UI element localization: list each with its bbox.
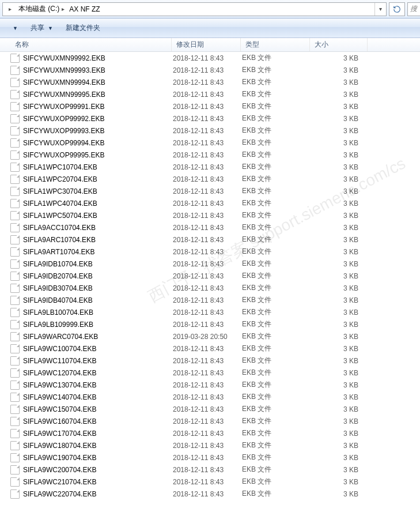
file-list: SIFCYWUXMN99992.EKB2018-12-11 8:43EKB 文件…	[0, 52, 420, 500]
file-row[interactable]: SIFLA1WPC30704.EKB2018-12-11 8:43EKB 文件3…	[0, 185, 420, 197]
file-icon	[10, 175, 20, 184]
search-input[interactable]: 搜	[407, 2, 420, 16]
file-row[interactable]: SIFCYWUXOP99993.EKB2018-12-11 8:43EKB 文件…	[0, 125, 420, 137]
file-name: SIFCYWUXMN99993.EKB	[23, 66, 172, 74]
file-icon	[10, 54, 20, 63]
file-type: EKB 文件	[241, 319, 310, 329]
file-date: 2018-12-11 8:43	[172, 163, 241, 171]
breadcrumb-item-folder[interactable]: AX NF ZZ	[66, 3, 101, 16]
file-icon	[10, 453, 20, 462]
file-type: EKB 文件	[241, 150, 310, 160]
file-row[interactable]: SIFCYWUXOP99994.EKB2018-12-11 8:43EKB 文件…	[0, 137, 420, 149]
file-name: SIFLA9WC180704.EKB	[23, 442, 172, 450]
file-name: SIFLA9WC210704.EKB	[23, 478, 172, 486]
file-row[interactable]: SIFLA9LB109999.EKB2018-12-11 8:43EKB 文件3…	[0, 318, 420, 330]
file-icon	[10, 126, 20, 135]
file-size: 3 KB	[310, 284, 363, 292]
file-row[interactable]: SIFLA9WC160704.EKB2018-12-11 8:43EKB 文件3…	[0, 415, 420, 427]
file-row[interactable]: SIFLA9ART10704.EKB2018-12-11 8:43EKB 文件3…	[0, 246, 420, 258]
file-date: 2018-12-11 8:43	[172, 103, 241, 111]
file-date: 2018-12-11 8:43	[172, 466, 241, 474]
file-row[interactable]: SIFLA9ACC10704.EKB2018-12-11 8:43EKB 文件3…	[0, 221, 420, 233]
file-size: 3 KB	[310, 139, 363, 147]
file-name: SIFLA9WC200704.EKB	[23, 466, 172, 474]
file-type: EKB 文件	[241, 392, 310, 402]
file-icon	[10, 150, 20, 160]
share-button[interactable]: 共享 ▼	[27, 21, 56, 35]
chevron-right-icon[interactable]: ▸	[5, 3, 15, 16]
file-icon	[10, 66, 20, 75]
file-row[interactable]: SIFLA9IDB40704.EKB2018-12-11 8:43EKB 文件3…	[0, 294, 420, 306]
file-name: SIFCYWUXOP99993.EKB	[23, 127, 172, 135]
file-type: EKB 文件	[241, 404, 310, 414]
file-type: EKB 文件	[241, 114, 310, 123]
file-type: EKB 文件	[241, 138, 310, 148]
file-name: SIFLA9WC190704.EKB	[23, 454, 172, 462]
file-name: SIFLA9WC130704.EKB	[23, 381, 172, 389]
file-icon	[10, 102, 20, 111]
file-row[interactable]: SIFCYWUXOP99992.EKB2018-12-11 8:43EKB 文件…	[0, 112, 420, 125]
file-row[interactable]: SIFCYWUXOP99995.EKB2018-12-11 8:43EKB 文件…	[0, 149, 420, 161]
file-size: 3 KB	[310, 272, 363, 280]
file-row[interactable]: SIFLA9WC150704.EKB2018-12-11 8:43EKB 文件3…	[0, 403, 420, 415]
file-row[interactable]: SIFLA9WC120704.EKB2018-12-11 8:43EKB 文件3…	[0, 367, 420, 379]
file-size: 3 KB	[310, 345, 363, 353]
file-row[interactable]: SIFCYWUXMN99994.EKB2018-12-11 8:43EKB 文件…	[0, 76, 420, 88]
file-type: EKB 文件	[241, 368, 310, 378]
file-size: 3 KB	[310, 199, 363, 208]
file-row[interactable]: SIFCYWUXOP99991.EKB2018-12-11 8:43EKB 文件…	[0, 100, 420, 112]
file-size: 3 KB	[310, 296, 363, 304]
file-row[interactable]: SIFLA9WC170704.EKB2018-12-11 8:43EKB 文件3…	[0, 427, 420, 439]
new-folder-button[interactable]: 新建文件夹	[62, 21, 104, 35]
toolbar-dropdown[interactable]: ▼	[6, 24, 21, 33]
column-name[interactable]: 名称	[10, 38, 172, 51]
file-name: SIFLA9LB100704.EKB	[23, 308, 172, 317]
file-row[interactable]: SIFLA9WC140704.EKB2018-12-11 8:43EKB 文件3…	[0, 391, 420, 403]
file-row[interactable]: SIFLA9WC190704.EKB2018-12-11 8:43EKB 文件3…	[0, 451, 420, 464]
file-row[interactable]: SIFLA9LB100704.EKB2018-12-11 8:43EKB 文件3…	[0, 306, 420, 318]
file-row[interactable]: SIFLA9WC110704.EKB2018-12-11 8:43EKB 文件3…	[0, 355, 420, 367]
file-icon	[10, 223, 20, 232]
file-row[interactable]: SIFLA1WPC20704.EKB2018-12-11 8:43EKB 文件3…	[0, 173, 420, 185]
file-row[interactable]: SIFLA9WC100704.EKB2018-12-11 8:43EKB 文件3…	[0, 342, 420, 355]
file-date: 2018-12-11 8:43	[172, 345, 241, 353]
file-row[interactable]: SIFLA9IDB10704.EKB2018-12-11 8:43EKB 文件3…	[0, 258, 420, 270]
breadcrumb[interactable]: ▸ 本地磁盘 (C:) ▸ AX NF ZZ ▾	[2, 2, 387, 16]
file-icon	[10, 441, 20, 450]
file-size: 3 KB	[310, 430, 363, 438]
file-row[interactable]: SIFLA9WC220704.EKB2018-12-11 8:43EKB 文件3…	[0, 488, 420, 500]
file-row[interactable]: SIFCYWUXMN99995.EKB2018-12-11 8:43EKB 文件…	[0, 88, 420, 100]
file-row[interactable]: SIFLA9WC200704.EKB2018-12-11 8:43EKB 文件3…	[0, 464, 420, 476]
file-row[interactable]: SIFLA9IDB30704.EKB2018-12-11 8:43EKB 文件3…	[0, 282, 420, 294]
file-row[interactable]: SIFLA1WPC50704.EKB2018-12-11 8:43EKB 文件3…	[0, 209, 420, 221]
column-size[interactable]: 大小	[310, 38, 368, 51]
file-row[interactable]: SIFLA1WPC40704.EKB2018-12-11 8:43EKB 文件3…	[0, 197, 420, 209]
file-icon	[10, 296, 20, 305]
file-date: 2018-12-11 8:43	[172, 187, 241, 195]
file-row[interactable]: SIFLA9WC180704.EKB2018-12-11 8:43EKB 文件3…	[0, 439, 420, 451]
column-headers: 名称 修改日期 类型 大小	[0, 38, 420, 52]
file-row[interactable]: SIFLA9WARC0704.EKB2019-03-28 20:50EKB 文件…	[0, 330, 420, 342]
file-row[interactable]: SIFCYWUXMN99992.EKB2018-12-11 8:43EKB 文件…	[0, 52, 420, 64]
file-row[interactable]: SIFCYWUXMN99993.EKB2018-12-11 8:43EKB 文件…	[0, 64, 420, 76]
file-date: 2018-12-11 8:43	[172, 284, 241, 292]
file-row[interactable]: SIFLA9WC130704.EKB2018-12-11 8:43EKB 文件3…	[0, 379, 420, 391]
file-name: SIFLA9ARC10704.EKB	[23, 236, 172, 244]
column-date[interactable]: 修改日期	[172, 38, 241, 51]
file-row[interactable]: SIFLA1WPC10704.EKB2018-12-11 8:43EKB 文件3…	[0, 161, 420, 173]
refresh-button[interactable]	[389, 2, 405, 16]
column-label: 修改日期	[176, 40, 204, 50]
address-bar: ▸ 本地磁盘 (C:) ▸ AX NF ZZ ▾ 搜	[0, 0, 420, 18]
file-row[interactable]: SIFLA9WC210704.EKB2018-12-11 8:43EKB 文件3…	[0, 476, 420, 488]
file-name: SIFCYWUXOP99994.EKB	[23, 139, 172, 147]
file-type: EKB 文件	[241, 344, 310, 353]
address-dropdown-button[interactable]: ▾	[374, 3, 386, 16]
breadcrumb-item-disk[interactable]: 本地磁盘 (C:) ▸	[15, 3, 66, 16]
file-size: 3 KB	[310, 163, 363, 171]
file-name: SIFLA1WPC30704.EKB	[23, 187, 172, 195]
file-date: 2018-12-11 8:43	[172, 417, 241, 425]
column-type[interactable]: 类型	[241, 38, 310, 51]
file-size: 3 KB	[310, 333, 363, 341]
file-row[interactable]: SIFLA9ARC10704.EKB2018-12-11 8:43EKB 文件3…	[0, 233, 420, 246]
file-row[interactable]: SIFLA9IDB20704.EKB2018-12-11 8:43EKB 文件3…	[0, 270, 420, 282]
